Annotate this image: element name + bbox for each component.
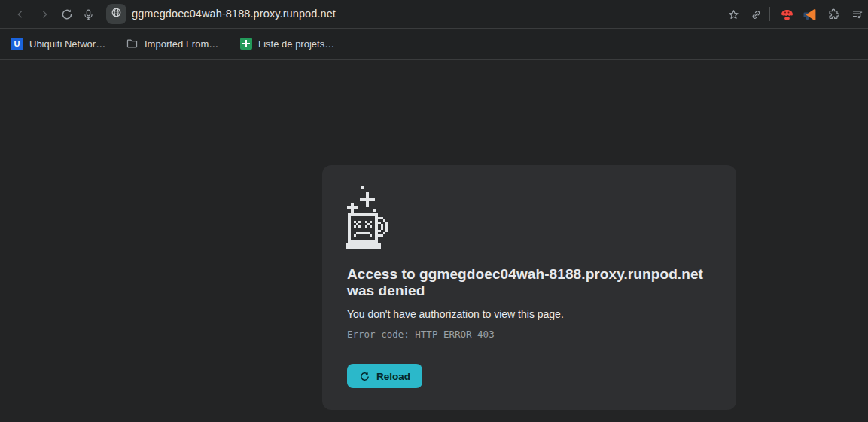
sheets-icon — [239, 38, 252, 50]
browser-toolbar: ggmegdoec04wah-8188.proxy.runpod.net — [0, 0, 868, 29]
page-content: Access to ggmegdoec04wah-8188.proxy.runp… — [0, 60, 868, 421]
mic-icon[interactable] — [81, 7, 96, 22]
extension-red-ufo-icon[interactable] — [779, 7, 794, 22]
puzzle-icon[interactable] — [826, 7, 841, 22]
bookmark-folder-imported[interactable]: Imported From… — [121, 33, 223, 54]
bookmarks-bar: U Ubiquiti Networ… Imported From… Liste … — [0, 29, 868, 60]
back-icon[interactable] — [13, 7, 28, 22]
error-code: Error code: HTTP ERROR 403 — [347, 329, 711, 340]
forward-icon[interactable] — [37, 7, 52, 22]
ubiquiti-icon: U — [11, 38, 23, 50]
sad-mug-icon — [345, 185, 390, 251]
bookmark-label: Imported From… — [145, 38, 218, 50]
error-message: You don't have authorization to view thi… — [347, 308, 711, 320]
extension-megaphone-icon[interactable] — [803, 7, 818, 22]
copy-link-icon[interactable] — [748, 7, 763, 22]
error-heading: Access to ggmegdoec04wah-8188.proxy.runp… — [347, 266, 711, 298]
bookmark-label: Liste de projets… — [258, 38, 334, 50]
star-icon[interactable] — [726, 7, 741, 22]
reload-button-label: Reload — [376, 371, 410, 382]
reload-button-icon — [359, 371, 370, 382]
playlist-icon[interactable] — [850, 7, 865, 22]
error-card: Access to ggmegdoec04wah-8188.proxy.runp… — [322, 165, 736, 410]
bookmark-label: Ubiquiti Networ… — [29, 38, 105, 50]
folder-icon — [126, 38, 139, 50]
bookmark-ubiquiti[interactable]: U Ubiquiti Networ… — [6, 33, 110, 54]
toolbar-separator — [769, 7, 770, 21]
reload-button[interactable]: Reload — [347, 364, 422, 388]
site-info-chip[interactable] — [106, 4, 126, 24]
browser-window: ggmegdoec04wah-8188.proxy.runpod.net — [0, 0, 868, 422]
globe-icon — [110, 6, 123, 22]
bookmark-liste-projets[interactable]: Liste de projets… — [235, 33, 339, 54]
address-bar-url[interactable]: ggmegdoec04wah-8188.proxy.runpod.net — [132, 8, 336, 20]
reload-icon[interactable] — [59, 7, 75, 22]
